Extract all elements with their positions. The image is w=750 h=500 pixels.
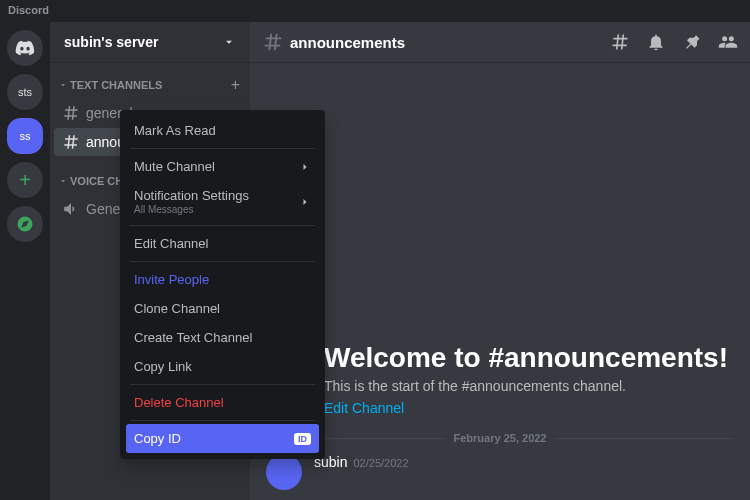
- members-icon[interactable]: [718, 32, 738, 52]
- server-pill-ss[interactable]: ss: [7, 118, 43, 154]
- menu-edit-channel[interactable]: Edit Channel: [126, 229, 319, 258]
- compass-icon: [16, 215, 34, 233]
- chevron-down-icon: [58, 176, 68, 186]
- edit-channel-link[interactable]: Edit Channel: [324, 400, 734, 416]
- explore-button[interactable]: [7, 206, 43, 242]
- window-titlebar: Discord: [0, 0, 750, 22]
- menu-notification-settings[interactable]: Notification SettingsAll Messages: [126, 181, 319, 222]
- speaker-icon: [62, 200, 80, 218]
- main-area: announcements Welcome to #announcements!…: [250, 22, 750, 500]
- menu-create-text-channel[interactable]: Create Text Channel: [126, 323, 319, 352]
- menu-delete-channel[interactable]: Delete Channel: [126, 388, 319, 417]
- home-button[interactable]: [7, 30, 43, 66]
- add-server-button[interactable]: +: [7, 162, 43, 198]
- server-name: subin's server: [64, 34, 158, 50]
- chevron-right-icon: [299, 196, 311, 208]
- chevron-down-icon: [58, 80, 68, 90]
- welcome-title: Welcome to #announcements!: [324, 342, 734, 374]
- server-header[interactable]: subin's server: [50, 22, 250, 62]
- threads-icon[interactable]: [610, 32, 630, 52]
- message-timestamp: 02/25/2022: [353, 457, 408, 469]
- chevron-down-icon: [222, 35, 236, 49]
- category-text-channels[interactable]: TEXT CHANNELS +: [54, 70, 246, 98]
- channel-title: announcements: [290, 34, 405, 51]
- context-menu: Mark As Read Mute Channel Notification S…: [120, 110, 325, 459]
- menu-copy-id[interactable]: Copy ID ID: [126, 424, 319, 453]
- menu-separator: [130, 148, 315, 149]
- menu-clone-channel[interactable]: Clone Channel: [126, 294, 319, 323]
- pin-icon[interactable]: [682, 32, 702, 52]
- server-pill-sts[interactable]: sts: [7, 74, 43, 110]
- menu-separator: [130, 420, 315, 421]
- avatar[interactable]: [266, 454, 302, 490]
- welcome-block: Welcome to #announcements! This is the s…: [324, 342, 734, 416]
- menu-invite-people[interactable]: Invite People: [126, 265, 319, 294]
- menu-mark-as-read[interactable]: Mark As Read: [126, 116, 319, 145]
- server-rail: sts ss +: [0, 22, 50, 500]
- welcome-subtitle: This is the start of the #announcements …: [324, 378, 734, 394]
- add-channel-button[interactable]: +: [231, 76, 240, 94]
- chevron-right-icon: [299, 161, 311, 173]
- menu-separator: [130, 225, 315, 226]
- bell-icon[interactable]: [646, 32, 666, 52]
- hash-icon: [62, 104, 80, 122]
- date-divider: February 25, 2022: [266, 432, 734, 444]
- channel-header: announcements: [250, 22, 750, 62]
- id-badge: ID: [294, 433, 311, 445]
- menu-separator: [130, 261, 315, 262]
- hash-icon: [262, 31, 284, 53]
- hash-icon: [62, 133, 80, 151]
- menu-mute-channel[interactable]: Mute Channel: [126, 152, 319, 181]
- discord-logo-icon: [15, 38, 35, 58]
- menu-copy-link[interactable]: Copy Link: [126, 352, 319, 381]
- menu-separator: [130, 384, 315, 385]
- message-row: subin 02/25/2022: [266, 452, 734, 492]
